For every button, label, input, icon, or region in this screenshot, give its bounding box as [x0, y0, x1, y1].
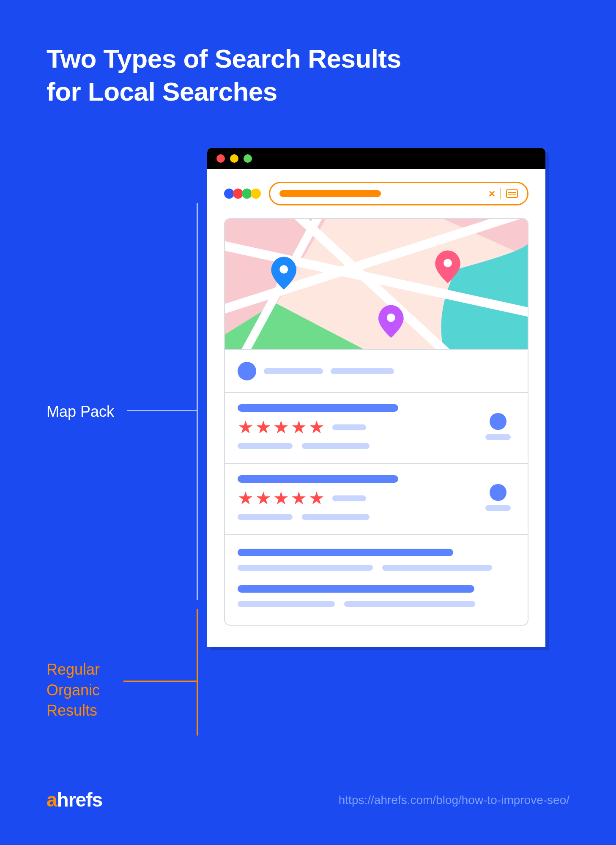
svg-point-9: [444, 259, 452, 267]
organic-results: [225, 535, 528, 625]
organic-connector: [123, 681, 198, 682]
window-titlebar: [207, 148, 545, 169]
window-close-icon[interactable]: [216, 154, 225, 163]
svg-point-10: [387, 314, 395, 322]
star-icon: ★: [273, 418, 289, 436]
star-icon: ★: [309, 489, 325, 507]
listing-title-placeholder: [238, 475, 398, 483]
map-pack-connector: [127, 410, 198, 411]
action-label-placeholder: [485, 505, 511, 511]
source-url: https://ahrefs.com/blog/how-to-improve-s…: [339, 793, 569, 807]
search-query-placeholder: [279, 190, 381, 197]
window-maximize-icon[interactable]: [244, 154, 252, 163]
google-logo-icon: [224, 189, 260, 199]
star-icon: ★: [309, 418, 325, 436]
organic-snippet-placeholder: [238, 565, 373, 571]
search-input[interactable]: ×: [269, 182, 528, 205]
filter-avatar-icon[interactable]: [238, 362, 256, 380]
action-icon[interactable]: [490, 413, 506, 430]
svg-point-8: [279, 265, 288, 273]
organic-title-placeholder[interactable]: [238, 549, 453, 556]
star-icon: ★: [273, 489, 289, 507]
listing-meta-placeholder: [238, 514, 293, 520]
star-icon: ★: [238, 418, 254, 436]
star-icon: ★: [238, 489, 254, 507]
listing-title-placeholder: [238, 404, 398, 412]
divider: [500, 188, 501, 199]
keyboard-icon[interactable]: [506, 189, 518, 198]
map-pack-listing[interactable]: ★ ★ ★ ★ ★: [225, 464, 528, 535]
listing-meta-placeholder: [238, 443, 293, 449]
organic-snippet-placeholder: [382, 565, 492, 571]
label-organic: Regular Organic Results: [47, 659, 100, 721]
star-icon: ★: [291, 418, 307, 436]
filter-chip[interactable]: [264, 368, 323, 374]
star-icon: ★: [255, 418, 271, 436]
browser-window: ×: [207, 148, 545, 647]
map-preview[interactable]: [225, 219, 528, 350]
clear-search-icon[interactable]: ×: [489, 187, 495, 200]
map-filter-row: [225, 350, 528, 393]
map-pack-bracket: [197, 203, 198, 600]
rating-stars: ★ ★ ★ ★ ★: [238, 489, 473, 507]
listing-meta-placeholder: [302, 443, 370, 449]
organic-title-placeholder[interactable]: [238, 585, 474, 593]
action-icon[interactable]: [490, 484, 506, 501]
page-title: Two Types of Search Results for Local Se…: [47, 42, 401, 108]
map-svg: [225, 219, 528, 349]
search-toolbar: ×: [207, 169, 545, 214]
rating-count-placeholder: [332, 424, 366, 430]
star-icon: ★: [255, 489, 271, 507]
rating-stars: ★ ★ ★ ★ ★: [238, 418, 473, 436]
window-minimize-icon[interactable]: [230, 154, 238, 163]
rating-count-placeholder: [332, 495, 366, 501]
organic-snippet-placeholder: [238, 601, 335, 607]
map-pack-listing[interactable]: ★ ★ ★ ★ ★: [225, 393, 528, 464]
results-panel: ★ ★ ★ ★ ★: [224, 218, 528, 626]
listing-meta-placeholder: [302, 514, 370, 520]
organic-snippet-placeholder: [344, 601, 475, 607]
filter-chip[interactable]: [331, 368, 394, 374]
star-icon: ★: [291, 489, 307, 507]
action-label-placeholder: [485, 434, 511, 440]
ahrefs-logo: ahrefs: [47, 788, 102, 811]
label-map-pack: Map Pack: [47, 402, 114, 422]
organic-bracket: [197, 609, 198, 736]
